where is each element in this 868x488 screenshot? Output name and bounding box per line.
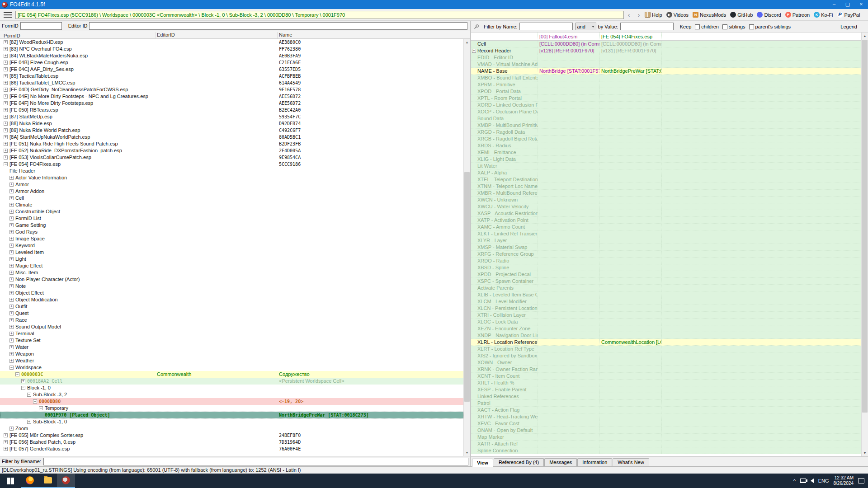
expand-plus-icon[interactable]: + — [9, 338, 14, 343]
record-row[interactable]: XACT - Action Flag — [471, 407, 861, 413]
expand-plus-icon[interactable]: + — [9, 230, 14, 234]
record-row[interactable]: XTRI - Collision Layer — [471, 312, 861, 319]
tab-information[interactable]: Information — [577, 458, 612, 466]
tab-what-s-new[interactable]: What's New — [613, 458, 649, 466]
tree-row[interactable]: +[85] TacticalTablet.espACFBFBEB — [0, 73, 463, 80]
tree-row[interactable]: +Quest — [0, 310, 463, 317]
taskbar-file-explorer[interactable] — [39, 474, 57, 488]
scroll-down-icon[interactable]: ▼ — [464, 449, 470, 456]
record-row[interactable]: Spline Connection — [471, 447, 861, 454]
record-row[interactable]: XTEL - Teleport Destination — [471, 176, 861, 183]
record-row[interactable]: XEMI - Emittance — [471, 149, 861, 156]
expand-plus-icon[interactable]: + — [4, 61, 8, 65]
record-header-override-column[interactable]: [FE 054] FO4Fixes.esp — [600, 33, 662, 40]
record-row[interactable]: XLIB - Leveled Item Base Obj... — [471, 291, 861, 298]
filter-filename-input[interactable] — [43, 458, 468, 465]
tree-row[interactable]: +[FE 053] VioxisCollarCursePatch.esp9E98… — [0, 154, 463, 161]
tree-row[interactable]: +[FE 052] NukaRide_DXPornstarFashion_pat… — [0, 147, 463, 154]
tree-row[interactable]: −0000DD80<-19, 20> — [0, 398, 463, 405]
tree-row[interactable]: +Climate — [0, 202, 463, 208]
expand-plus-icon[interactable]: + — [9, 203, 14, 207]
expand-plus-icon[interactable]: + — [9, 284, 14, 288]
legend-button[interactable]: Legend — [840, 24, 857, 29]
collapse-minus-icon[interactable]: − — [4, 162, 8, 166]
tree-row[interactable]: +Image Space — [0, 235, 463, 242]
collapse-minus-icon[interactable]: − — [9, 366, 14, 370]
record-row[interactable]: XBSD - Spline — [471, 264, 861, 271]
tree-row[interactable]: +Sub-Block -1, 0 — [0, 418, 463, 425]
record-row[interactable]: Patrol — [471, 400, 861, 407]
tree-row[interactable]: +Non-Player Character (Actor) — [0, 276, 463, 283]
tree-row[interactable]: +[8A] StartMeUpNukaWorldPatch.esp80AD5BC… — [0, 134, 463, 141]
tree-row[interactable]: +Terminal — [0, 330, 463, 337]
tab-referenced-by-4-[interactable]: Referenced By (4) — [494, 458, 544, 466]
record-row[interactable]: XIS2 - Ignored by Sandbox — [471, 352, 861, 359]
record-row[interactable]: Activate Parents — [471, 285, 861, 291]
expand-plus-icon[interactable]: + — [4, 67, 8, 71]
minimize-button[interactable]: – — [827, 0, 841, 9]
toolbar-link-kofi[interactable]: KKo-Fi — [814, 12, 833, 18]
breadcrumb[interactable]: [FE 054] FO4Fixes.esp (5CCC9186) \ World… — [15, 11, 624, 19]
tab-view[interactable]: View — [472, 459, 493, 467]
tree-row[interactable]: File Header — [0, 168, 463, 174]
expand-plus-icon[interactable]: + — [9, 250, 14, 254]
tree-row[interactable]: +[FE 056] Bashed Patch, 0.esp7D31964D — [0, 439, 463, 446]
tree-row[interactable]: +[FE 04F] No More Dirty Footsteps.espAEE… — [0, 100, 463, 107]
expand-plus-icon[interactable]: + — [4, 40, 8, 44]
expand-plus-icon[interactable]: + — [9, 223, 14, 227]
record-row[interactable]: XNDP - Navigation Door Link — [471, 332, 861, 339]
record-row[interactable]: XPDD - Projected Decal — [471, 271, 861, 278]
record-row[interactable]: XRGB - Ragdoll Biped Rotation — [471, 136, 861, 142]
expand-plus-icon[interactable]: + — [9, 277, 14, 282]
record-row[interactable]: XPOD - Portal Data — [471, 88, 861, 95]
tree-row[interactable]: +[82] WoodReduxHD.espAE3880C0 — [0, 39, 463, 46]
tree-row[interactable]: +Actor Value Information — [0, 174, 463, 181]
expand-plus-icon[interactable]: + — [9, 325, 14, 329]
expand-plus-icon[interactable]: + — [4, 440, 8, 444]
expand-plus-icon[interactable]: + — [4, 135, 8, 139]
expand-plus-icon[interactable]: + — [9, 271, 14, 275]
expand-plus-icon[interactable]: + — [9, 244, 14, 248]
speaker-icon[interactable] — [811, 479, 814, 483]
menu-icon[interactable] — [4, 12, 12, 18]
tree-row[interactable]: +[FE 051] Nuka Ride High Heels Sound Pat… — [0, 141, 463, 147]
expand-plus-icon[interactable]: + — [9, 237, 14, 241]
tree-row[interactable]: −Temporary — [0, 405, 463, 412]
record-row[interactable]: Bound Data — [471, 115, 861, 122]
expand-plus-icon[interactable]: + — [4, 447, 8, 451]
expand-plus-icon[interactable]: + — [4, 142, 8, 146]
tree-row[interactable]: −[FE 054] FO4Fixes.esp5CCC9186 — [0, 161, 463, 168]
expand-plus-icon[interactable]: + — [4, 94, 8, 99]
record-row[interactable]: XRDS - Radius — [471, 142, 861, 149]
record-row[interactable]: XTNM - Teleport Loc Name — [471, 183, 861, 190]
record-row[interactable]: XMBO - Bound Half Extents — [471, 75, 861, 81]
tree-row[interactable]: +Keyword — [0, 242, 463, 249]
expand-plus-icon[interactable]: + — [9, 257, 14, 261]
tree-row[interactable]: +[FE 04B] Elzee Cough.espC21ECA6E — [0, 59, 463, 66]
tree-scrollbar[interactable]: ▲ ▼ — [463, 39, 470, 456]
record-row[interactable]: XASP - Acoustic Restriction — [471, 210, 861, 217]
taskbar-fo4edit[interactable] — [57, 474, 75, 488]
record-row[interactable]: +Record Header[v128] [REFR:0001F970][v13… — [471, 47, 861, 54]
tree-row[interactable]: +Sound Output Model — [0, 324, 463, 330]
record-row[interactable]: VMAD - Virtual Machine Ada... — [471, 61, 861, 68]
expand-plus-icon[interactable]: + — [4, 108, 8, 112]
record-row[interactable]: EDID - Editor ID — [471, 54, 861, 61]
clock[interactable]: 12:32 AM 8/26/2024 — [834, 475, 854, 486]
expand-plus-icon[interactable]: + — [4, 74, 8, 78]
expand-plus-icon[interactable]: + — [4, 128, 8, 132]
tree-row[interactable]: +Outfit — [0, 303, 463, 310]
expand-plus-icon[interactable]: + — [9, 332, 14, 336]
tree-row[interactable]: −Sub-Block -3, 2 — [0, 391, 463, 398]
tree-row[interactable]: +Weather — [0, 357, 463, 364]
expand-plus-icon[interactable]: + — [4, 155, 8, 160]
scroll-up-icon[interactable]: ▲ — [464, 39, 470, 46]
record-row[interactable]: XEZN - Encounter Zone — [471, 325, 861, 332]
collapse-minus-icon[interactable]: − — [33, 399, 37, 404]
record-row[interactable]: XAMC - Ammo Count — [471, 224, 861, 230]
expand-plus-icon[interactable]: + — [9, 176, 14, 180]
record-row[interactable]: XWCN - Unknown — [471, 197, 861, 203]
tree-row[interactable]: +[FE 055] M8r Complex Sorter.esp24BEF8F0 — [0, 432, 463, 439]
tree-row[interactable]: +Constructible Object — [0, 208, 463, 215]
expand-plus-icon[interactable]: + — [9, 264, 14, 268]
